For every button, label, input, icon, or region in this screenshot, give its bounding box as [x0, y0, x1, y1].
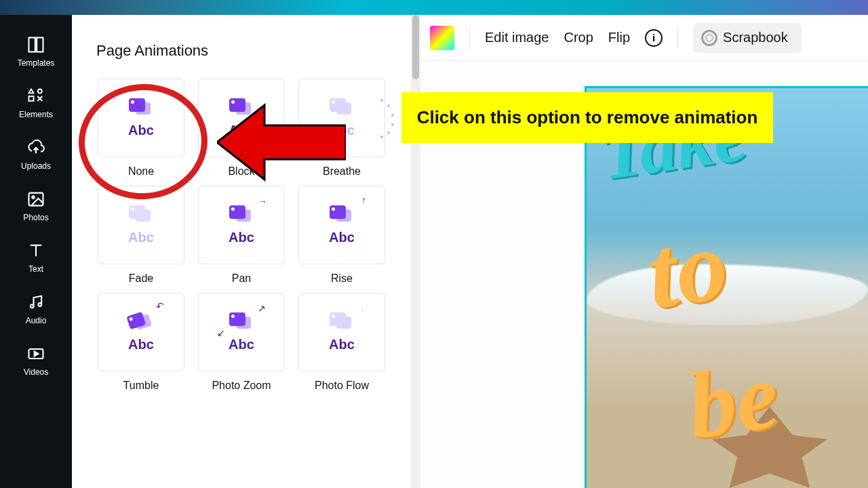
crop-button[interactable]: Crop [564, 30, 593, 45]
svg-rect-4 [29, 193, 43, 206]
design-frame[interactable]: Take to be [587, 88, 868, 488]
anim-cell-none: Abc None [96, 79, 186, 178]
sidebar-item-uploads[interactable]: Uploads [0, 129, 72, 180]
anim-label: Pan [232, 272, 251, 285]
sidebar-item-elements[interactable]: Elements [0, 77, 72, 129]
svg-point-2 [38, 89, 42, 94]
anim-abc-text: Abc [329, 123, 355, 138]
main-layout: Templates Elements Uploads Photos Text A… [0, 15, 868, 488]
scrapbook-label: Scrapbook [723, 30, 788, 45]
svg-point-5 [32, 196, 35, 199]
anim-label: Fade [129, 272, 153, 285]
anim-cell-breathe: Abc Breathe [297, 79, 387, 178]
anim-preview-icon [229, 98, 254, 119]
anim-preview-icon: → [229, 205, 254, 226]
videos-icon [26, 344, 45, 363]
anim-option-photo-zoom[interactable]: ↗↙ Abc [198, 293, 285, 371]
anim-preview-icon: ↶ [126, 309, 156, 336]
divider [677, 27, 678, 49]
scrapbook-icon [701, 30, 717, 46]
anim-label: Rise [331, 272, 353, 285]
anim-label: Tumble [123, 380, 159, 392]
scrollbar-thumb[interactable] [412, 15, 419, 79]
anim-label: Photo Zoom [212, 380, 271, 392]
anim-cell-fade: Abc Fade [96, 186, 186, 285]
design-text-3: be [681, 340, 785, 461]
sidebar-label: Videos [24, 367, 48, 377]
uploads-icon [26, 138, 45, 157]
text-icon [26, 241, 45, 260]
anim-cell-photo-zoom: ↗↙ Abc Photo Zoom [197, 293, 286, 392]
info-icon[interactable]: i [645, 29, 663, 47]
anim-abc-text: Abc [229, 337, 254, 352]
title-bar [0, 0, 868, 15]
annotation-callout: Click on this option to remove animation [401, 92, 773, 143]
canvas-area: Edit image Crop Flip i Scrapbook Take to… [420, 15, 868, 488]
anim-abc-text: Abc [229, 123, 254, 138]
animations-panel: Page Animations Abc None Abc Block [72, 15, 411, 488]
anim-preview-icon [129, 98, 153, 119]
anim-cell-pan: → Abc Pan [197, 186, 286, 285]
sidebar-item-videos[interactable]: Videos [0, 335, 72, 386]
svg-point-7 [39, 303, 42, 306]
anim-abc-text: Abc [128, 230, 154, 245]
anim-abc-text: Abc [128, 337, 154, 352]
anim-preview-icon: ↗↙ [229, 312, 254, 333]
anim-preview-icon: ↓ [330, 312, 354, 333]
svg-rect-3 [29, 96, 34, 101]
anim-abc-text: Abc [128, 123, 154, 138]
sidebar-label: Text [28, 264, 43, 274]
anim-label: Photo Flow [315, 380, 369, 392]
anim-cell-rise: ↑ Abc Rise [297, 186, 387, 285]
anim-option-tumble[interactable]: ↶ Abc [98, 293, 184, 371]
anim-abc-text: Abc [329, 230, 355, 245]
anim-preview-icon [129, 205, 153, 226]
sidebar-label: Audio [26, 316, 47, 325]
anim-cell-photo-flow: ↓ Abc Photo Flow [297, 293, 387, 392]
panel-title: Page Animations [96, 42, 387, 60]
photos-icon [26, 190, 45, 209]
edit-image-button[interactable]: Edit image [485, 30, 549, 45]
anim-preview-icon [330, 98, 354, 119]
anim-label: None [128, 165, 154, 178]
svg-point-6 [31, 305, 34, 308]
panel-scrollbar[interactable] [411, 15, 420, 488]
sidebar-label: Elements [19, 110, 53, 119]
flip-button[interactable]: Flip [608, 30, 630, 45]
anim-option-block[interactable]: Abc [198, 79, 285, 157]
sidebar-label: Uploads [21, 161, 51, 171]
anim-cell-tumble: ↶ Abc Tumble [96, 293, 186, 392]
sidebar: Templates Elements Uploads Photos Text A… [0, 15, 72, 488]
anim-abc-text: Abc [229, 230, 254, 245]
sidebar-label: Templates [18, 58, 55, 68]
anim-option-rise[interactable]: ↑ Abc [298, 186, 385, 264]
sidebar-item-audio[interactable]: Audio [0, 283, 72, 335]
anim-option-photo-flow[interactable]: ↓ Abc [298, 293, 385, 371]
anim-label: Breathe [323, 165, 361, 178]
sidebar-item-text[interactable]: Text [0, 232, 72, 283]
sidebar-item-photos[interactable]: Photos [0, 180, 72, 232]
anim-option-none[interactable]: Abc [98, 79, 184, 157]
anim-option-breathe[interactable]: Abc [298, 79, 385, 157]
scrapbook-button[interactable]: Scrapbook [693, 23, 802, 53]
divider [469, 27, 470, 49]
audio-icon [26, 293, 45, 312]
color-picker-swatch[interactable] [430, 26, 454, 50]
anim-cell-block: Abc Block [197, 79, 286, 178]
templates-icon [26, 35, 45, 54]
sidebar-label: Photos [23, 213, 48, 222]
breathe-dots-icon [380, 98, 397, 138]
svg-rect-1 [37, 38, 43, 52]
anim-option-pan[interactable]: → Abc [198, 186, 285, 264]
anim-preview-icon: ↑ [330, 205, 354, 226]
anim-label: Block [228, 165, 254, 178]
anim-option-fade[interactable]: Abc [98, 186, 184, 264]
sidebar-item-templates[interactable]: Templates [0, 26, 72, 77]
elements-icon [26, 87, 45, 106]
svg-rect-0 [29, 38, 35, 52]
animation-grid: Abc None Abc Block Abc B [96, 79, 387, 392]
design-text-2: to [640, 205, 734, 332]
anim-abc-text: Abc [329, 337, 355, 352]
toolbar: Edit image Crop Flip i Scrapbook [420, 15, 868, 61]
